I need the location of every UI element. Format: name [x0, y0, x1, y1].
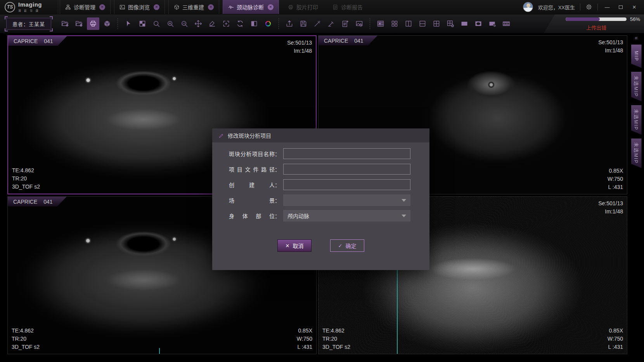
svg-text:x2: x2 [183, 22, 185, 24]
grid-dense-button[interactable] [374, 17, 387, 30]
te-text: TE:4.862 [12, 166, 40, 175]
body-part-select[interactable]: 颅内动脉 [283, 210, 410, 222]
scene-select[interactable] [283, 194, 410, 206]
series-tab[interactable]: CAPRICE 041 [8, 36, 67, 46]
series-tab[interactable]: CAPRICE 041 [319, 36, 377, 45]
field-row-scene: 场景： [212, 194, 429, 206]
close-tab-icon[interactable]: ✕ [208, 4, 214, 10]
sequence-text: 3D_TOF s2 [12, 343, 40, 351]
print-button[interactable] [87, 17, 99, 30]
toolbar: 患者：王某某 x2 56% 上传出错 [0, 14, 644, 33]
plaque-project-name-input[interactable] [283, 148, 410, 159]
close-tab-icon[interactable]: ✕ [99, 4, 105, 10]
chevron-down-icon [402, 199, 406, 202]
project-file-path-input[interactable] [283, 164, 410, 175]
crop-button[interactable] [220, 17, 232, 30]
image-upload-button[interactable] [353, 17, 365, 30]
field-label-colon: ： [275, 212, 280, 220]
layout-quad-icon [391, 20, 398, 28]
color-wheel-icon [264, 20, 272, 28]
folder-add-button[interactable] [73, 17, 85, 30]
collapse-chevron-icon[interactable]: « [635, 35, 638, 41]
close-tab-icon[interactable]: ✕ [268, 4, 274, 10]
window-level-overlay: 0.85X W:750 L :431 [608, 167, 623, 191]
field-label: 创建人： [212, 181, 280, 189]
print-icon [89, 20, 97, 28]
close-tab-icon[interactable]: ✕ [154, 4, 159, 10]
rotate-button[interactable] [234, 17, 246, 30]
window-level-overlay: 0.85X W:750 L :431 [608, 327, 623, 351]
layout-2row-button[interactable] [416, 17, 429, 30]
probe-angle-button[interactable] [325, 17, 338, 30]
mip-tab-3[interactable]: 未选MIP [631, 105, 642, 135]
mip-tab-2[interactable]: 未选MIP [631, 72, 642, 101]
color-wheel-button[interactable] [262, 17, 274, 30]
zoom-text: 0.85X [608, 327, 623, 335]
layout-2x2-button[interactable] [430, 17, 443, 30]
zoom-in-button[interactable] [164, 17, 177, 30]
tab-carotid-diagnosis[interactable]: 颈动脉诊断✕ [223, 0, 279, 14]
zoom-x2-button[interactable]: x2 [178, 17, 190, 30]
confirm-button[interactable]: ✓ 确定 [330, 239, 364, 252]
tab-label: 颈动脉诊断 [237, 3, 264, 11]
series-number: 041 [43, 199, 52, 205]
pan-icon [194, 20, 202, 28]
settings-gear-icon[interactable] [585, 3, 592, 10]
maximize-button[interactable] [616, 4, 625, 10]
divider [580, 3, 580, 10]
zoom-text: 0.85X [297, 327, 312, 335]
export-up-button[interactable] [283, 17, 296, 30]
folder-config-button[interactable] [59, 17, 71, 30]
welcome-text: 欢迎您，XX医生 [538, 3, 575, 11]
layout-close-button[interactable] [444, 17, 457, 30]
field-label-text: 身体部位 [229, 212, 275, 220]
sequence-text: 3D_TOF s2 [322, 343, 350, 351]
contrast-icon [250, 20, 258, 28]
rect-close-solid-icon [488, 20, 496, 28]
minimize-button[interactable]: — [603, 4, 611, 10]
app-tabs: 诊断管理✕图像浏览✕三维重建✕颈动脉诊断✕胶片打印诊断报告 [60, 0, 372, 14]
report-add-button[interactable] [339, 17, 351, 30]
image-text: Im:1/48 [287, 47, 312, 55]
annotate-button[interactable] [206, 17, 218, 30]
ellipse-solid-button[interactable] [472, 17, 485, 30]
close-window-button[interactable]: ✕ [630, 4, 639, 10]
tab-image-browse[interactable]: 图像浏览✕ [114, 0, 165, 14]
tab-3d-reconstruction[interactable]: 三维重建✕ [168, 0, 219, 14]
search-button[interactable] [150, 17, 163, 30]
series-tab[interactable]: CAPRICE 041 [8, 197, 67, 206]
waveform-icon [228, 4, 234, 10]
field-label-colon: ： [275, 181, 280, 189]
image-text: Im:1/48 [598, 47, 623, 55]
upload-percent: 56% [630, 16, 640, 22]
patient-box: 患者：王某某 [5, 16, 53, 31]
cancel-button[interactable]: ✕ 取消 [277, 239, 312, 252]
layout-quad-button[interactable] [388, 17, 401, 30]
window-text: W:750 [608, 335, 623, 343]
series-number: 041 [354, 38, 363, 44]
contrast-button[interactable] [248, 17, 260, 30]
tab-label: 图像浏览 [128, 3, 150, 11]
level-text: L :431 [608, 343, 623, 351]
save-button[interactable] [297, 17, 310, 30]
creator-input[interactable] [283, 179, 410, 190]
search-icon [152, 20, 160, 28]
level-text: L :431 [608, 183, 623, 191]
mip-tab-1[interactable]: MIP [631, 45, 642, 68]
tab-diagnosis-management[interactable]: 诊断管理✕ [60, 0, 111, 14]
upload-panel: 56% 上传出错 [544, 14, 644, 33]
filmstrip-button[interactable] [500, 17, 512, 30]
volume-3d-button[interactable] [101, 17, 113, 30]
field-row-project-file-path: 项目文件路径： [212, 163, 429, 175]
dialog-fields: 斑块分析项目名称：项目文件路径：创建人：场景：身体部位：颅内动脉 [212, 148, 429, 222]
rect-close-solid-button[interactable] [486, 17, 499, 30]
series-title: CAPRICE [14, 38, 38, 44]
rect-solid-button[interactable] [458, 17, 471, 30]
series-number: 041 [44, 38, 53, 44]
layout-2col-button[interactable] [402, 17, 415, 30]
cursor-button[interactable] [122, 17, 135, 30]
checkerboard-button[interactable] [136, 17, 149, 30]
mip-tab-4[interactable]: 未选MIP [631, 139, 642, 168]
probe-line-button[interactable] [311, 17, 324, 30]
pan-button[interactable] [192, 17, 204, 30]
